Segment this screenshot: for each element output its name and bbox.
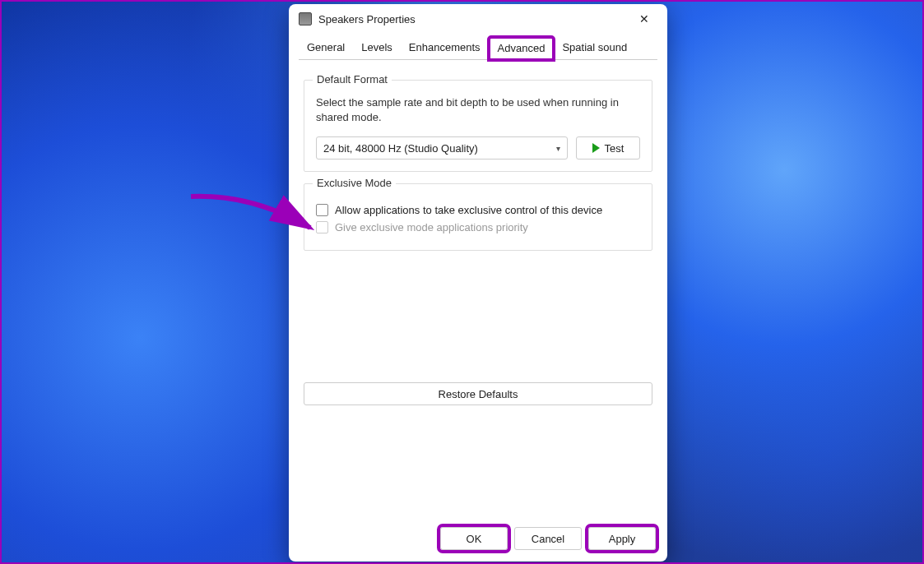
apply-button[interactable]: Apply — [588, 527, 656, 550]
exclusive-control-row[interactable]: Allow applications to take exclusive con… — [316, 204, 640, 216]
tab-advanced[interactable]: Advanced — [489, 37, 555, 60]
exclusive-priority-row: Give exclusive mode applications priorit… — [316, 221, 640, 233]
tab-spatial-sound[interactable]: Spatial sound — [554, 37, 635, 59]
default-format-group: Default Format Select the sample rate an… — [304, 80, 652, 172]
exclusive-control-label: Allow applications to take exclusive con… — [335, 204, 602, 216]
speakers-properties-dialog: Speakers Properties ✕ General Levels Enh… — [289, 4, 667, 562]
default-format-description: Select the sample rate and bit depth to … — [316, 95, 640, 125]
test-button-label: Test — [605, 142, 625, 155]
exclusive-priority-label: Give exclusive mode applications priorit… — [335, 221, 528, 233]
sample-rate-select[interactable]: 24 bit, 48000 Hz (Studio Quality) ▾ — [316, 136, 568, 159]
ok-button-label: OK — [467, 533, 482, 545]
tab-content-advanced: Default Format Select the sample rate an… — [289, 60, 667, 519]
exclusive-mode-legend: Exclusive Mode — [313, 177, 396, 189]
close-icon: ✕ — [639, 12, 649, 25]
default-format-legend: Default Format — [313, 73, 392, 86]
cancel-button[interactable]: Cancel — [514, 527, 582, 550]
titlebar: Speakers Properties ✕ — [289, 4, 667, 34]
speaker-icon — [299, 12, 312, 25]
ok-button[interactable]: OK — [440, 527, 508, 550]
tab-enhancements[interactable]: Enhancements — [401, 37, 489, 59]
sample-rate-value: 24 bit, 48000 Hz (Studio Quality) — [323, 142, 478, 155]
chevron-down-icon: ▾ — [556, 144, 560, 153]
close-button[interactable]: ✕ — [628, 7, 661, 31]
exclusive-priority-checkbox — [316, 221, 328, 233]
restore-defaults-button[interactable]: Restore Defaults — [304, 382, 652, 405]
exclusive-control-checkbox[interactable] — [316, 204, 328, 216]
test-button[interactable]: Test — [576, 136, 640, 159]
restore-row: Restore Defaults — [304, 382, 652, 405]
tab-levels[interactable]: Levels — [353, 37, 401, 59]
apply-button-label: Apply — [609, 533, 636, 545]
dialog-footer: OK Cancel Apply — [289, 519, 667, 562]
tab-general[interactable]: General — [299, 37, 353, 59]
exclusive-mode-group: Exclusive Mode Allow applications to tak… — [304, 183, 652, 251]
restore-defaults-label: Restore Defaults — [439, 388, 518, 400]
tab-bar: General Levels Enhancements Advanced Spa… — [299, 37, 657, 60]
cancel-button-label: Cancel — [532, 533, 564, 545]
default-format-row: 24 bit, 48000 Hz (Studio Quality) ▾ Test — [316, 136, 640, 159]
dialog-title: Speakers Properties — [318, 13, 628, 25]
play-icon — [592, 143, 600, 153]
